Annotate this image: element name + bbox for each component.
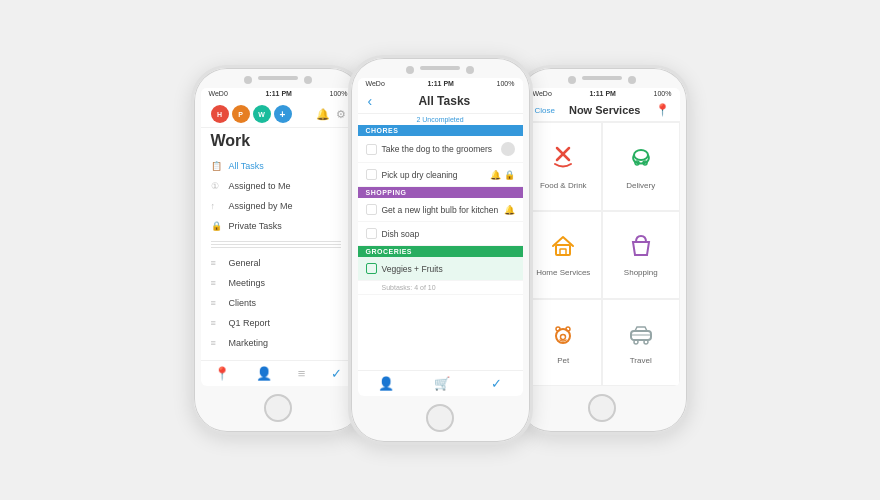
back-icon[interactable]: ‹ (368, 93, 373, 109)
center-nav-adduser[interactable]: 👤 (378, 376, 394, 391)
task-dog-groomer[interactable]: Take the dog to the groomers (358, 136, 523, 163)
task-text-2: Pick up dry cleaning (382, 170, 485, 180)
task-checkbox-3[interactable] (366, 204, 377, 215)
nav-adduser-icon[interactable]: 👤 (256, 366, 272, 381)
task-checkbox-1[interactable] (366, 144, 377, 155)
service-travel[interactable]: Travel (602, 299, 680, 386)
task-avatar-1 (501, 142, 515, 156)
close-button[interactable]: Close (535, 106, 555, 115)
center-nav-check[interactable]: ✓ (491, 376, 502, 391)
left-time: 1:11 PM (265, 90, 291, 97)
task-text-1: Take the dog to the groomers (382, 144, 496, 154)
right-speaker (582, 76, 622, 80)
task-dry-cleaning[interactable]: Pick up dry cleaning 🔔 🔒 (358, 163, 523, 187)
svg-rect-5 (556, 245, 570, 255)
avatar-row: H P W + (211, 105, 292, 123)
list-item-all-tasks[interactable]: 📋 All Tasks (201, 156, 356, 176)
task-lightbulb[interactable]: Get a new light bulb for kitchen 🔔 (358, 198, 523, 222)
services-grid: Food & Drink Delivery (525, 122, 680, 386)
task-dish-soap[interactable]: Dish soap (358, 222, 523, 246)
pet-icon (549, 320, 577, 352)
task-checkbox-4[interactable] (366, 228, 377, 239)
right-home-button[interactable] (588, 394, 616, 422)
center-battery: 100% (497, 80, 515, 87)
assigned-me-label: Assigned to Me (229, 181, 291, 191)
left-header: H P W + 🔔 ⚙ (201, 99, 356, 128)
task-icons-1 (501, 142, 515, 156)
lock-task-icon: 🔒 (504, 170, 515, 180)
service-shopping[interactable]: Shopping (602, 211, 680, 298)
bell-task-icon: 🔔 (490, 170, 501, 180)
right-time: 1:11 PM (589, 90, 615, 97)
center-speaker (420, 66, 460, 70)
q1-icon: ≡ (211, 318, 223, 328)
list-item-assigned-by[interactable]: ↑ Assigned by Me (201, 196, 356, 216)
list-item-private[interactable]: 🔒 Private Tasks (201, 216, 356, 236)
left-carrier: WeD0 (209, 90, 228, 97)
svg-point-8 (556, 327, 560, 331)
avatar-h[interactable]: H (211, 105, 229, 123)
center-screen: WeDo 1:11 PM 100% ‹ All Tasks 2 Uncomple… (358, 78, 523, 396)
right-phone-bottom (588, 386, 616, 432)
meetings-icon: ≡ (211, 278, 223, 288)
travel-icon (627, 320, 655, 352)
avatar-p[interactable]: P (232, 105, 250, 123)
list-item-q1[interactable]: ≡ Q1 Report (201, 313, 356, 333)
list-item-marketing[interactable]: ≡ Marketing (201, 333, 356, 353)
svg-point-10 (561, 334, 566, 339)
header-icons: 🔔 ⚙ (316, 108, 346, 121)
location-icon[interactable]: 📍 (655, 103, 670, 117)
service-pet[interactable]: Pet (525, 299, 603, 386)
right-phone: WeDo 1:11 PM 100% Close Now Services 📍 (515, 65, 690, 435)
list-item-meetings[interactable]: ≡ Meetings (201, 273, 356, 293)
home-label: Home Services (536, 268, 590, 277)
bell-icon[interactable]: 🔔 (316, 108, 330, 121)
left-home-button[interactable] (264, 394, 292, 422)
task-veggies[interactable]: Veggies + Fruits (358, 257, 523, 281)
nav-check-icon[interactable]: ✓ (331, 366, 342, 381)
center-camera (406, 66, 414, 74)
avatar-add[interactable]: + (274, 105, 292, 123)
task-text-3: Get a new light bulb for kitchen (382, 205, 499, 215)
center-camera2 (466, 66, 474, 74)
left-camera2 (304, 76, 312, 84)
center-phone-bottom (426, 396, 454, 442)
service-delivery[interactable]: Delivery (602, 122, 680, 211)
clients-icon: ≡ (211, 298, 223, 308)
right-status-bar: WeDo 1:11 PM 100% (525, 88, 680, 99)
service-home[interactable]: Home Services (525, 211, 603, 298)
list-item-assigned-me[interactable]: ① Assigned to Me (201, 176, 356, 196)
right-carrier: WeDo (533, 90, 552, 97)
private-icon: 🔒 (211, 221, 223, 231)
center-title: All Tasks (376, 94, 512, 108)
meetings-label: Meetings (229, 278, 266, 288)
right-camera2 (628, 76, 636, 84)
avatar-w[interactable]: W (253, 105, 271, 123)
left-camera (244, 76, 252, 84)
list-item-clients[interactable]: ≡ Clients (201, 293, 356, 313)
left-phone-bottom (264, 386, 292, 432)
center-top-bar (351, 58, 530, 78)
nav-location-icon[interactable]: 📍 (214, 366, 230, 381)
service-food[interactable]: Food & Drink (525, 122, 603, 211)
list-item-general[interactable]: ≡ General (201, 253, 356, 273)
task-checkbox-2[interactable] (366, 169, 377, 180)
center-nav-cart[interactable]: 🛒 (434, 376, 450, 391)
left-top-bar (194, 68, 363, 88)
general-icon: ≡ (211, 258, 223, 268)
svg-point-9 (566, 327, 570, 331)
center-home-button[interactable] (426, 404, 454, 432)
right-screen: WeDo 1:11 PM 100% Close Now Services 📍 (525, 88, 680, 386)
all-tasks-icon: 📋 (211, 161, 223, 171)
shopping-label: Shopping (624, 268, 658, 277)
gear-icon[interactable]: ⚙ (336, 108, 346, 121)
delivery-label: Delivery (626, 181, 655, 190)
clients-label: Clients (229, 298, 257, 308)
nav-list-icon[interactable]: ≡ (298, 366, 306, 381)
task-checkbox-5[interactable] (366, 263, 377, 274)
bell-task-icon-2: 🔔 (504, 205, 515, 215)
pet-label: Pet (557, 356, 569, 365)
assigned-by-label: Assigned by Me (229, 201, 293, 211)
right-title: Now Services (555, 104, 655, 116)
center-bottom-nav: 👤 🛒 ✓ (358, 370, 523, 396)
